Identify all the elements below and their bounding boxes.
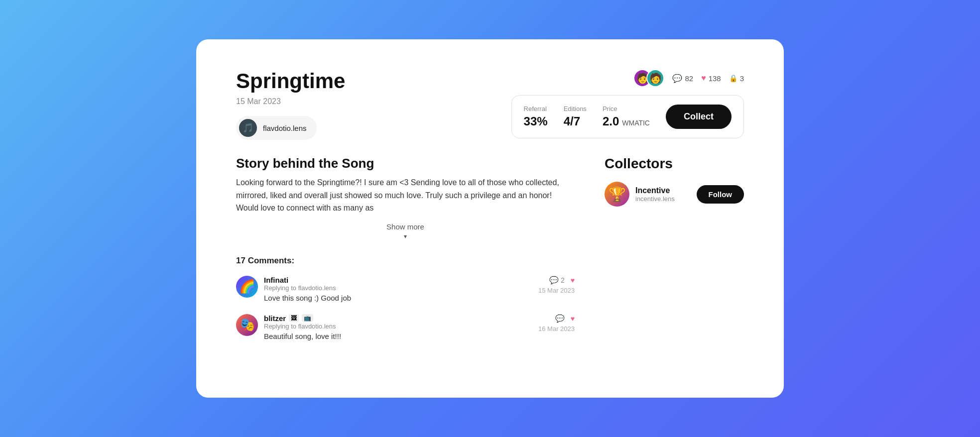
price-field: Price 2.0 WMATIC [603, 105, 650, 128]
reply-icon: 💬 [549, 276, 559, 285]
comment-author-2: blitzer 🖼 📺 [264, 314, 341, 323]
editions-field: Editions 4/7 [564, 105, 587, 128]
follow-button[interactable]: Follow [697, 185, 744, 204]
comment-date-1: 15 Mar 2023 [538, 287, 575, 294]
stats-row: 🧑 🧑 💬 82 ♥ 138 🔒 3 [633, 69, 744, 87]
header: Springtime 15 Mar 2023 🎵 flavdotio.lens … [236, 69, 744, 140]
referral-value: 33% [524, 114, 548, 128]
comment-right-2: 💬 ♥ 16 Mar 2023 [538, 314, 575, 332]
badge-2: 📺 [302, 314, 313, 322]
editions-label: Editions [564, 105, 587, 112]
author-avatar: 🎵 [239, 119, 257, 137]
show-more-button[interactable]: Show more ▾ [236, 222, 575, 240]
comment-item-2: 🎭 blitzer 🖼 📺 Replying to flavdotio.lens… [236, 314, 575, 340]
comment-reply-action-2[interactable]: 💬 [555, 314, 565, 323]
comment-right-1: 💬 2 ♥ 15 Mar 2023 [538, 276, 575, 294]
collector-item: 🏆 Incentive incentive.lens Follow [605, 182, 744, 207]
comment-actions-2: 💬 ♥ [555, 314, 575, 323]
referral-label: Referral [524, 105, 548, 112]
comments-label: 17 Comments: [236, 256, 575, 266]
comment-author-1: Infinati [264, 276, 351, 284]
lock-icon: 🔒 [729, 74, 737, 82]
collector-name: Incentive [635, 186, 675, 195]
comment-reply-1: Replying to flavdotio.lens [264, 284, 351, 292]
collector-info: Incentive incentive.lens [635, 186, 675, 203]
chevron-down-icon: ▾ [404, 233, 407, 240]
comment-body-2: blitzer 🖼 📺 Replying to flavdotio.lens B… [264, 314, 341, 340]
comment-avatar-2: 🎭 [236, 314, 258, 336]
editions-value: 4/7 [564, 114, 587, 128]
reply-icon-2: 💬 [555, 314, 565, 323]
comment-left: 🌈 Infinati Replying to flavdotio.lens Lo… [236, 276, 351, 302]
comment-avatar-1: 🌈 [236, 276, 258, 298]
collector-avatar: 🏆 [605, 182, 629, 207]
price-value: 2.0 WMATIC [603, 114, 650, 128]
collector-left: 🏆 Incentive incentive.lens [605, 182, 675, 207]
comment-reply-action-1[interactable]: 💬 2 [549, 276, 565, 285]
post-title: Springtime [236, 69, 345, 93]
comment-item: 🌈 Infinati Replying to flavdotio.lens Lo… [236, 276, 575, 302]
comment-like-action-2[interactable]: ♥ [571, 315, 575, 323]
author-avatar-emoji: 🎵 [243, 122, 253, 133]
header-right: 🧑 🧑 💬 82 ♥ 138 🔒 3 Ref [511, 69, 744, 138]
referral-field: Referral 33% [524, 105, 548, 128]
heart-icon-1: ♥ [571, 276, 575, 284]
author-name: flavdotio.lens [263, 124, 307, 132]
avatars-group: 🧑 🧑 [633, 69, 664, 87]
post-date: 15 Mar 2023 [236, 97, 345, 106]
collectors-title: Collectors [605, 156, 744, 172]
header-left: Springtime 15 Mar 2023 🎵 flavdotio.lens [236, 69, 345, 140]
badge-1: 🖼 [289, 314, 299, 322]
comment-text-2: Beautiful song, love it!!! [264, 332, 341, 340]
collect-count: 3 [740, 74, 744, 83]
heart-icon-2: ♥ [571, 315, 575, 323]
comment-actions-1: 💬 2 ♥ [549, 276, 575, 285]
comment-text-1: Love this song :) Good job [264, 294, 351, 302]
reply-count-1: 2 [561, 276, 565, 284]
comment-icon: 💬 [672, 74, 682, 83]
like-count: 138 [709, 74, 721, 83]
comment-body-1: Infinati Replying to flavdotio.lens Love… [264, 276, 351, 302]
like-stat: ♥ 138 [701, 74, 721, 83]
main-card: Springtime 15 Mar 2023 🎵 flavdotio.lens … [196, 39, 784, 398]
comment-like-action-1[interactable]: ♥ [571, 276, 575, 284]
comment-reply-2: Replying to flavdotio.lens [264, 323, 341, 330]
heart-icon: ♥ [701, 74, 706, 83]
price-label: Price [603, 105, 650, 112]
comment-date-2: 16 Mar 2023 [538, 325, 575, 332]
main-content: Story behind the Song Looking forward to… [236, 156, 744, 352]
show-more-label: Show more [386, 222, 424, 231]
left-column: Story behind the Song Looking forward to… [236, 156, 575, 352]
avatar-2: 🧑 [646, 69, 664, 87]
collect-box: Referral 33% Editions 4/7 Price 2.0 WMAT… [511, 95, 744, 138]
comment-left-2: 🎭 blitzer 🖼 📺 Replying to flavdotio.lens… [236, 314, 341, 340]
author-row[interactable]: 🎵 flavdotio.lens [236, 116, 317, 140]
comment-stat: 💬 82 [672, 74, 693, 83]
right-column: Collectors 🏆 Incentive incentive.lens Fo… [605, 156, 744, 352]
collect-button[interactable]: Collect [666, 105, 732, 129]
collector-handle: incentive.lens [635, 195, 675, 203]
comment-count: 82 [685, 74, 693, 83]
price-unit: WMATIC [622, 119, 650, 127]
body-section-title: Story behind the Song [236, 156, 575, 171]
collect-stat: 🔒 3 [729, 74, 744, 83]
body-text: Looking forward to the Springtime?! I su… [236, 176, 575, 215]
